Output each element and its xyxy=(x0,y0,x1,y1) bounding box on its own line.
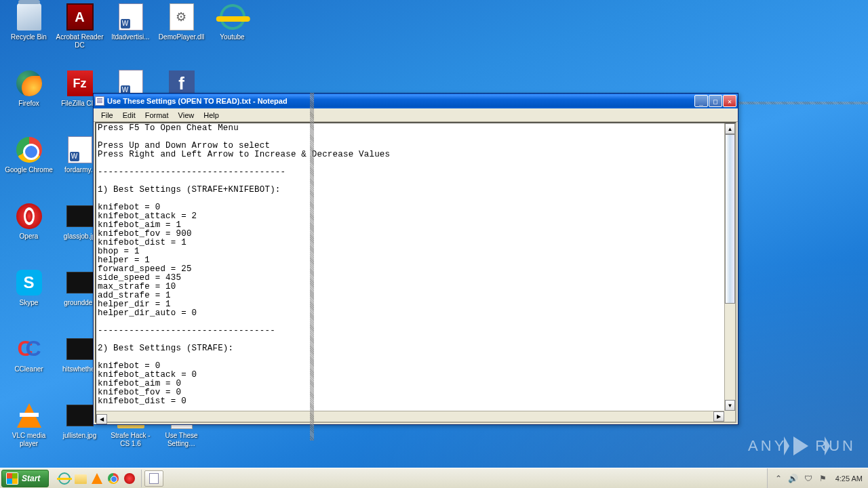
jpg-icon xyxy=(66,405,94,426)
jpg-icon xyxy=(66,338,94,360)
desktop-icon-opera[interactable]: Opera xyxy=(3,203,54,260)
menu-format[interactable]: Format xyxy=(140,110,174,121)
notepad-icon xyxy=(95,96,104,106)
icon-label: Strafe Hack - CS 1.6 xyxy=(106,432,155,448)
desktop-icon-youtube[interactable]: Youtube xyxy=(207,3,258,61)
system-tray: ⌃ 🔊 🛡 ⚑ 4:25 AM xyxy=(767,468,868,488)
windows-logo-icon xyxy=(6,472,18,485)
menu-file[interactable]: File xyxy=(96,110,118,121)
desktop-icon-vlc-media-player[interactable]: VLC media player xyxy=(3,402,54,460)
clock[interactable]: 4:25 AM xyxy=(835,474,863,483)
watermark: ANY RUN xyxy=(748,436,856,455)
titlebar[interactable]: Use These Settings (OPEN TO READ).txt - … xyxy=(94,94,738,108)
desktop-icon-ccleaner[interactable]: CCleaner xyxy=(3,336,54,393)
desktop-icon-ltdadvertisi-[interactable]: ltdadvertisi... xyxy=(105,3,156,61)
taskbar-item-notepad[interactable] xyxy=(144,470,163,487)
icon-label: hitswhether xyxy=(62,365,97,373)
desktop-icon-recycle-bin[interactable]: Recycle Bin xyxy=(3,3,54,61)
vlc-icon xyxy=(17,403,41,428)
opera-icon xyxy=(124,473,135,484)
scroll-up-button[interactable]: ▲ xyxy=(725,123,735,134)
ql-explorer[interactable] xyxy=(73,471,88,486)
chrome-icon xyxy=(16,137,42,163)
word-icon xyxy=(119,3,143,30)
icon-label: Google Chrome xyxy=(5,166,53,174)
chrome-icon xyxy=(108,473,119,484)
ie-icon xyxy=(216,1,248,33)
icon-label: Recycle Bin xyxy=(11,33,47,41)
icon-label: Opera xyxy=(20,232,39,241)
drag-ghost-horizontal xyxy=(738,102,868,104)
watermark-text-2: RUN xyxy=(815,437,856,455)
icon-label: Skype xyxy=(20,299,39,307)
icon-label: jullisten.jpg xyxy=(63,432,96,440)
icon-label: fordarmy.r xyxy=(64,166,95,174)
scroll-left-button[interactable]: ◀ xyxy=(96,414,107,424)
ie-icon xyxy=(58,472,71,485)
window-title: Use These Settings (OPEN TO READ).txt - … xyxy=(107,97,694,105)
taskbar: Start ⌃ 🔊 🛡 ⚑ 4:25 AM xyxy=(0,468,868,488)
dll-icon xyxy=(170,3,194,30)
icon-label: Firefox xyxy=(18,100,39,108)
minimize-button[interactable]: _ xyxy=(694,95,708,107)
ql-chrome[interactable] xyxy=(106,471,121,486)
opera-icon xyxy=(16,203,42,229)
menubar: FileEditFormatViewHelp xyxy=(94,108,738,122)
desktop-icon-google-chrome[interactable]: Google Chrome xyxy=(3,136,54,194)
scroll-right-button[interactable]: ▶ xyxy=(713,411,724,422)
jpg-icon xyxy=(66,272,94,293)
icon-label: grounddeli xyxy=(64,299,96,307)
menu-view[interactable]: View xyxy=(174,110,199,121)
jpg-icon xyxy=(66,205,94,227)
ql-vlc[interactable] xyxy=(90,471,104,486)
icon-label: ltdadvertisi... xyxy=(111,33,149,41)
desktop-icon-firefox[interactable]: Firefox xyxy=(3,70,54,127)
scroll-down-button[interactable]: ▼ xyxy=(725,400,735,411)
word-icon xyxy=(68,136,92,163)
ql-ie[interactable] xyxy=(57,471,72,486)
maximize-button[interactable]: □ xyxy=(709,95,722,107)
menu-help[interactable]: Help xyxy=(199,110,224,121)
icon-label: CCleaner xyxy=(14,365,43,373)
desktop: Recycle BinAAcrobat Reader DCltdadvertis… xyxy=(0,0,868,488)
icon-label: glassjob.jp xyxy=(64,232,96,241)
cc-icon xyxy=(16,336,42,362)
fz-icon: Fz xyxy=(67,70,93,96)
flag-icon[interactable]: ⚑ xyxy=(818,473,829,484)
quick-launch xyxy=(53,470,142,487)
icon-label: Use These Setting… xyxy=(157,432,206,448)
icon-label: VLC media player xyxy=(5,432,54,448)
menu-edit[interactable]: Edit xyxy=(118,110,140,121)
icon-label: Acrobat Reader DC xyxy=(56,33,104,49)
adobe-icon: A xyxy=(66,3,94,30)
watermark-text-1: ANY xyxy=(748,437,787,455)
close-button[interactable]: ✕ xyxy=(723,95,736,107)
vlc-icon xyxy=(92,473,102,484)
scroll-thumb-vertical[interactable] xyxy=(725,134,735,304)
start-button[interactable]: Start xyxy=(1,470,49,487)
tray-expand-icon[interactable]: ⌃ xyxy=(773,473,784,484)
horizontal-scrollbar[interactable]: ◀ ▶ xyxy=(96,411,724,422)
vertical-scrollbar[interactable]: ▲ ▼ xyxy=(724,123,735,411)
text-content[interactable]: Press F5 To Open Cheat Menu Press Up and… xyxy=(96,123,735,411)
bin-icon xyxy=(17,3,41,30)
text-area-container: Press F5 To Open Cheat Menu Press Up and… xyxy=(95,122,736,423)
drag-ghost-vertical xyxy=(310,93,314,441)
ff-icon xyxy=(16,70,42,96)
shield-icon[interactable]: 🛡 xyxy=(803,473,814,484)
notepad-icon xyxy=(149,473,159,484)
icon-label: DemoPlayer.dll xyxy=(159,33,204,41)
icon-label: Youtube xyxy=(220,33,244,41)
folder-icon xyxy=(75,474,87,484)
play-icon xyxy=(793,436,808,455)
desktop-icon-skype[interactable]: SSkype xyxy=(3,269,54,327)
volume-icon[interactable]: 🔊 xyxy=(788,473,799,484)
ql-opera[interactable] xyxy=(122,471,137,486)
start-label: Start xyxy=(22,474,40,483)
skype-icon: S xyxy=(16,270,42,296)
notepad-window[interactable]: Use These Settings (OPEN TO READ).txt - … xyxy=(93,93,738,425)
desktop-icon-acrobat-reader-dc[interactable]: AAcrobat Reader DC xyxy=(54,3,105,61)
desktop-icon-demoplayer-dll[interactable]: DemoPlayer.dll xyxy=(156,3,207,61)
scroll-corner xyxy=(724,411,735,422)
